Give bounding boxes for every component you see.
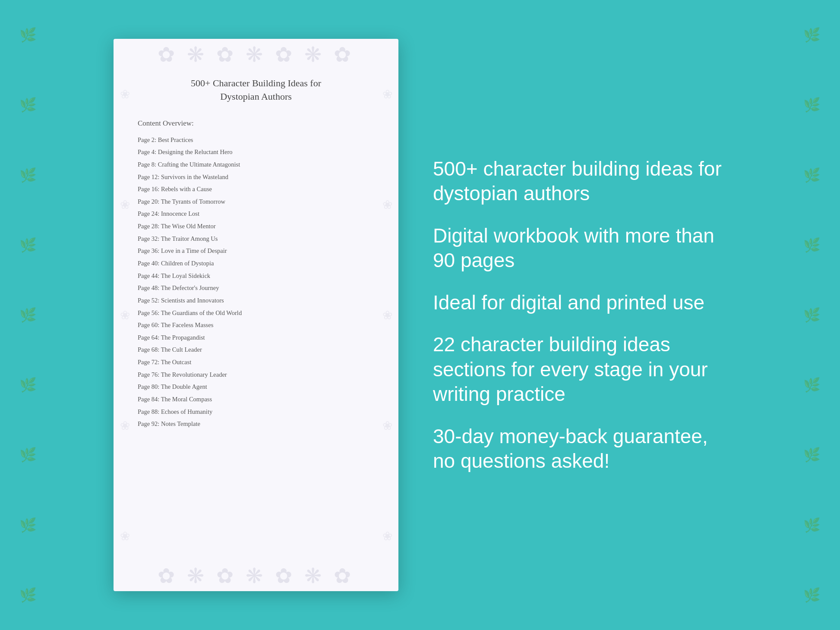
feature-text: Digital workbook with more than 90 pages (433, 224, 726, 273)
feature-text: 500+ character building ideas for dystop… (433, 157, 726, 206)
floral-sprig: 🌿 (803, 308, 821, 322)
document-title: 500+ Character Building Ideas for Dystop… (138, 77, 374, 104)
floral-sprig: 🌿 (803, 238, 821, 252)
floral-sprig: 🌿 (803, 378, 821, 392)
toc-item: Page 24: Innocence Lost (138, 208, 374, 219)
toc-item: Page 16: Rebels with a Cause (138, 184, 374, 195)
toc-item: Page 88: Echoes of Humanity (138, 406, 374, 417)
document-content: 500+ Character Building Ideas for Dystop… (138, 77, 374, 565)
floral-sprig: 🌿 (803, 98, 821, 112)
toc-item: Page 8: Crafting the Ultimate Antagonist (138, 159, 374, 170)
doc-floral-bottom: ✿ ❋ ✿ ❋ ✿ ❋ ✿ (114, 560, 398, 591)
floral-sprig: 🌿 (803, 28, 821, 42)
toc-item: Page 12: Survivors in the Wasteland (138, 172, 374, 183)
toc-item: Page 80: The Double Agent (138, 381, 374, 392)
document-page: ✿ ❋ ✿ ❋ ✿ ❋ ✿ ✿ ❋ ✿ ❋ ✿ ❋ ✿ ❀❀❀❀❀ ❀❀❀❀❀ … (114, 39, 398, 591)
toc-item: Page 60: The Faceless Masses (138, 320, 374, 331)
floral-sprig: 🌿 (803, 518, 821, 532)
toc-item: Page 84: The Moral Compass (138, 394, 374, 405)
toc-heading: Content Overview: (138, 119, 374, 128)
toc-item: Page 92: Notes Template (138, 419, 374, 429)
feature-text: 22 character building ideas sections for… (433, 332, 726, 407)
toc-item: Page 40: Children of Dystopia (138, 258, 374, 269)
floral-sprig: 🌿 (19, 378, 37, 392)
floral-sprig: 🌿 (19, 448, 37, 462)
floral-sprig: 🌿 (19, 308, 37, 322)
toc-item: Page 2: Best Practices (138, 135, 374, 145)
toc-item: Page 20: The Tyrants of Tomorrow (138, 196, 374, 207)
floral-sprig: 🌿 (803, 168, 821, 182)
doc-floral-left: ❀❀❀❀❀ (114, 39, 136, 591)
feature-text: Ideal for digital and printed use (433, 290, 726, 315)
toc-item: Page 28: The Wise Old Mentor (138, 221, 374, 232)
feature-text: 30-day money-back guarantee, no question… (433, 424, 726, 474)
floral-sprig: 🌿 (19, 168, 37, 182)
toc-item: Page 48: The Defector's Journey (138, 283, 374, 293)
toc-item: Page 4: Designing the Reluctant Hero (138, 147, 374, 158)
floral-sprig: 🌿 (19, 588, 37, 602)
toc-item: Page 76: The Revolutionary Leader (138, 369, 374, 380)
floral-sprig: 🌿 (19, 238, 37, 252)
floral-sprig: 🌿 (19, 518, 37, 532)
toc-item: Page 64: The Propagandist (138, 332, 374, 343)
toc-item: Page 32: The Traitor Among Us (138, 233, 374, 244)
toc-item: Page 56: The Guardians of the Old World (138, 308, 374, 318)
toc-item: Page 68: The Cult Leader (138, 344, 374, 355)
toc-list: Page 2: Best PracticesPage 4: Designing … (138, 135, 374, 429)
floral-sprig: 🌿 (19, 98, 37, 112)
floral-sprig: 🌿 (803, 448, 821, 462)
toc-item: Page 44: The Loyal Sidekick (138, 271, 374, 281)
floral-left: 🌿 🌿 🌿 🌿 🌿 🌿 🌿 🌿 🌿 (0, 0, 56, 630)
doc-floral-right: ❀❀❀❀❀ (376, 39, 398, 591)
toc-item: Page 52: Scientists and Innovators (138, 295, 374, 306)
main-layout: ✿ ❋ ✿ ❋ ✿ ❋ ✿ ✿ ❋ ✿ ❋ ✿ ❋ ✿ ❀❀❀❀❀ ❀❀❀❀❀ … (53, 39, 787, 591)
right-panel: 500+ character building ideas for dystop… (433, 157, 726, 474)
doc-floral-top: ✿ ❋ ✿ ❋ ✿ ❋ ✿ (114, 39, 398, 70)
floral-right: 🌿 🌿 🌿 🌿 🌿 🌿 🌿 🌿 🌿 (784, 0, 840, 630)
floral-sprig: 🌿 (803, 588, 821, 602)
toc-item: Page 36: Love in a Time of Despair (138, 246, 374, 256)
toc-item: Page 72: The Outcast (138, 357, 374, 368)
floral-sprig: 🌿 (19, 28, 37, 42)
